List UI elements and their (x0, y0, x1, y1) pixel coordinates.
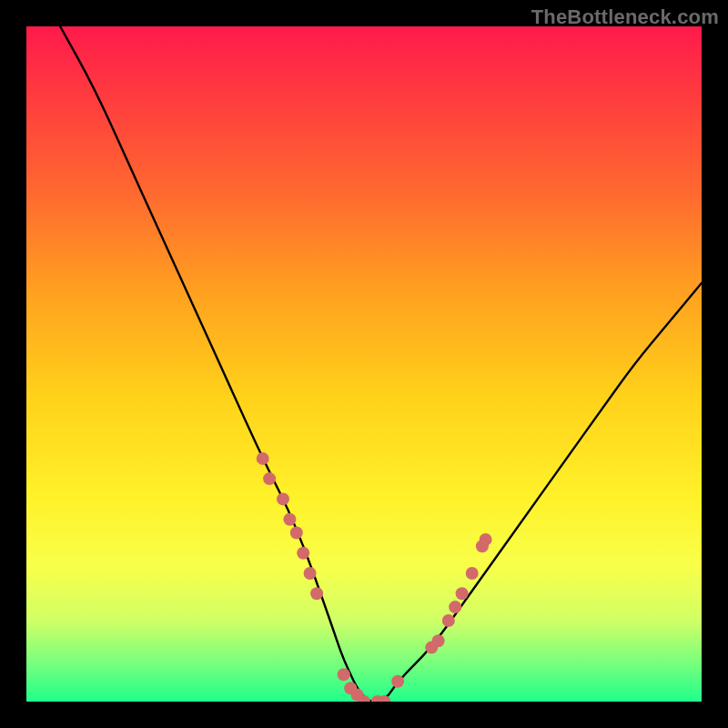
bottleneck-curve (60, 26, 702, 702)
highlight-dot (391, 675, 404, 688)
highlight-dot (290, 527, 303, 540)
highlight-dot (310, 587, 323, 600)
highlight-dots (257, 452, 492, 702)
highlight-dot (442, 614, 455, 627)
highlight-dot (466, 567, 479, 580)
plot-area (26, 26, 702, 702)
highlight-dot (257, 452, 269, 465)
chart-frame: TheBottleneck.com (0, 0, 728, 728)
curve-svg (26, 26, 702, 702)
highlight-dot (456, 587, 469, 600)
highlight-dot (338, 668, 350, 681)
highlight-dot (449, 601, 461, 613)
highlight-dot (263, 472, 276, 485)
highlight-dot (304, 567, 317, 580)
highlight-dot (432, 634, 445, 647)
highlight-dot (297, 547, 309, 560)
highlight-dot (480, 533, 492, 546)
attribution-text: TheBottleneck.com (531, 5, 719, 29)
highlight-dot (277, 492, 289, 505)
highlight-dot (283, 513, 296, 526)
